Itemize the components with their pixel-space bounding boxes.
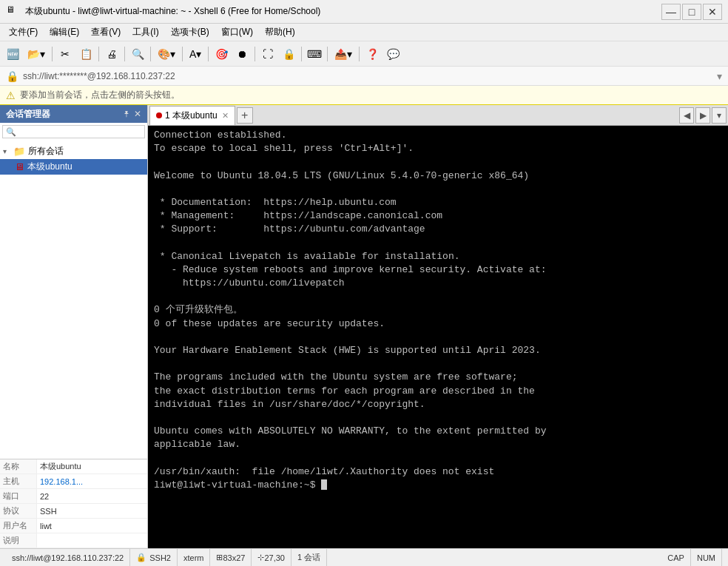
tb-transfer-dropdown[interactable]: 📤▾ xyxy=(331,44,356,64)
terminal[interactable]: Connection established. To escape to loc… xyxy=(148,126,728,548)
tb-record[interactable]: ⏺ xyxy=(232,44,252,64)
title-text: 本级ubuntu - liwt@liwt-virtual-machine: ~ … xyxy=(25,5,661,18)
tab-bar: 1 本级ubuntu ✕ + ◀ ▶ ▾ xyxy=(148,105,728,126)
tab-label: 1 本级ubuntu xyxy=(165,110,218,122)
tb-open-dropdown[interactable]: 📂▾ xyxy=(24,44,49,64)
server-icon: 🖥 xyxy=(15,161,24,172)
menu-help[interactable]: 帮助(H) xyxy=(259,24,301,40)
address-text: ssh://liwt:********@192.168.110.237:22 xyxy=(23,71,717,81)
status-protocol: 🔒 SSH2 xyxy=(130,549,178,566)
tab-add-button[interactable]: + xyxy=(237,107,253,124)
menu-tools[interactable]: 工具(I) xyxy=(127,24,164,40)
sidebar-search-input[interactable] xyxy=(2,125,145,138)
prop-val-desc xyxy=(37,539,147,542)
close-button[interactable]: ✕ xyxy=(703,4,722,20)
status-encoding-text: xterm xyxy=(183,553,204,562)
tb-font-dropdown[interactable]: A▾ xyxy=(186,44,205,64)
menu-view[interactable]: 查看(V) xyxy=(85,24,127,40)
prop-username: 用户名 liwt xyxy=(0,519,147,533)
tree-toggle-icon: ▾ xyxy=(3,147,13,155)
tb-color-dropdown[interactable]: 🎨▾ xyxy=(154,44,179,64)
minimize-button[interactable]: — xyxy=(661,4,681,20)
tb-print[interactable]: 🖨 xyxy=(102,44,121,64)
tab-menu-button[interactable]: ▾ xyxy=(712,107,727,124)
prop-val-username: liwt xyxy=(37,520,147,532)
prop-host: 主机 192.168.1... xyxy=(0,474,147,489)
tab-ubuntu[interactable]: 1 本级ubuntu ✕ xyxy=(149,106,235,125)
prop-val-port: 22 xyxy=(37,491,147,502)
status-address: ssh://liwt@192.168.110.237:22 xyxy=(6,549,130,566)
sidebar: 会话管理器 🖈 ✕ ▾ 📁 所有会话 🖥 本级ubuntu 名称 本级ubunt… xyxy=(0,105,148,548)
sidebar-header: 会话管理器 🖈 ✕ xyxy=(0,105,147,123)
menu-edit[interactable]: 编辑(E) xyxy=(44,24,85,40)
status-sessions-text: 1 会话 xyxy=(297,552,320,563)
status-sessions: 1 会话 xyxy=(291,549,327,566)
tab-close-icon[interactable]: ✕ xyxy=(222,111,229,121)
tb-keyboard[interactable]: ⌨ xyxy=(305,44,324,64)
status-encoding: xterm xyxy=(178,549,211,566)
prop-key-username: 用户名 xyxy=(0,519,37,533)
tb-chat[interactable]: 💬 xyxy=(383,44,402,64)
status-bar: ssh://liwt@192.168.110.237:22 🔒 SSH2 xte… xyxy=(0,548,728,566)
address-dropdown-icon[interactable]: ▾ xyxy=(717,70,722,82)
warning-icon: ⚠ xyxy=(6,90,16,101)
sidebar-tree: ▾ 📁 所有会话 🖥 本级ubuntu xyxy=(0,141,147,459)
prop-val-name: 本级ubuntu xyxy=(37,459,147,474)
tb-target[interactable]: 🎯 xyxy=(212,44,231,64)
tb-new-session[interactable]: 🆕 xyxy=(3,44,22,64)
toolbar: 🆕 📂▾ ✂ 📋 🖨 🔍 🎨▾ A▾ 🎯 ⏺ ⛶ 🔒 ⌨ 📤▾ ❓ 💬 xyxy=(0,41,728,67)
terminal-content: Connection established. To escape to loc… xyxy=(154,129,547,491)
prop-key-desc: 说明 xyxy=(0,533,37,548)
tree-item-label: 本级ubuntu xyxy=(27,161,73,173)
status-address-text: ssh://liwt@192.168.110.237:22 xyxy=(12,553,124,562)
tab-active-dot xyxy=(156,112,162,118)
menu-file[interactable]: 文件(F) xyxy=(3,24,44,40)
menu-bar: 文件(F) 编辑(E) 查看(V) 工具(I) 选项卡(B) 窗口(W) 帮助(… xyxy=(0,24,728,41)
sidebar-pin-icon[interactable]: 🖈 xyxy=(122,109,131,119)
prop-key-protocol: 协议 xyxy=(0,504,37,518)
prop-desc: 说明 xyxy=(0,533,147,548)
prop-key-host: 主机 xyxy=(0,474,37,488)
status-caps: CAP xyxy=(661,549,691,566)
menu-tabs[interactable]: 选项卡(B) xyxy=(165,24,215,40)
tab-area: 1 本级ubuntu ✕ + ◀ ▶ ▾ Connection establis… xyxy=(148,105,728,548)
prop-port: 端口 22 xyxy=(0,489,147,504)
info-banner: ⚠ 要添加当前会话，点击左侧的箭头按钮。 xyxy=(0,86,728,105)
tab-next-button[interactable]: ▶ xyxy=(695,107,710,124)
maximize-button[interactable]: □ xyxy=(682,4,701,20)
tb-cut[interactable]: ✂ xyxy=(55,44,75,64)
sidebar-close-icon[interactable]: ✕ xyxy=(134,109,141,119)
status-dimensions-icon: ⊞ xyxy=(216,553,223,562)
status-num-text: NUM xyxy=(697,553,715,562)
status-cursor-text: 27,30 xyxy=(264,553,285,562)
tree-item-label: 所有会话 xyxy=(28,145,64,158)
status-dimensions-text: 83x27 xyxy=(223,553,245,562)
prop-val-protocol: SSH xyxy=(37,505,147,517)
lock-icon: 🔒 xyxy=(6,70,18,82)
sidebar-header-icons: 🖈 ✕ xyxy=(122,109,141,119)
menu-window[interactable]: 窗口(W) xyxy=(215,24,259,40)
terminal-cursor xyxy=(321,479,327,490)
status-lock-icon: 🔒 xyxy=(136,553,146,562)
window-controls: — □ ✕ xyxy=(661,4,722,20)
status-num: NUM xyxy=(691,549,722,566)
info-banner-text: 要添加当前会话，点击左侧的箭头按钮。 xyxy=(20,89,180,101)
title-bar: 🖥 本级ubuntu - liwt@liwt-virtual-machine: … xyxy=(0,0,728,24)
status-cursor-icon: ⊹ xyxy=(257,553,264,562)
tb-help[interactable]: ❓ xyxy=(363,44,382,64)
app-icon: 🖥 xyxy=(6,4,21,19)
prop-protocol: 协议 SSH xyxy=(0,504,147,519)
tree-item-ubuntu[interactable]: 🖥 本级ubuntu xyxy=(0,159,147,175)
tb-fullscreen[interactable]: ⛶ xyxy=(258,44,277,64)
tb-copy[interactable]: 📋 xyxy=(76,44,95,64)
properties-panel: 名称 本级ubuntu 主机 192.168.1... 端口 22 协议 SSH… xyxy=(0,459,147,548)
folder-icon: 📁 xyxy=(13,146,25,157)
tb-lock[interactable]: 🔒 xyxy=(279,44,298,64)
tb-search[interactable]: 🔍 xyxy=(128,44,147,64)
tree-item-all-sessions[interactable]: ▾ 📁 所有会话 xyxy=(0,144,147,159)
sidebar-title: 会话管理器 xyxy=(6,108,50,121)
prop-key-name: 名称 xyxy=(0,459,37,474)
tab-prev-button[interactable]: ◀ xyxy=(679,107,694,124)
prop-name: 名称 本级ubuntu xyxy=(0,459,147,474)
address-bar: 🔒 ssh://liwt:********@192.168.110.237:22… xyxy=(0,67,728,86)
